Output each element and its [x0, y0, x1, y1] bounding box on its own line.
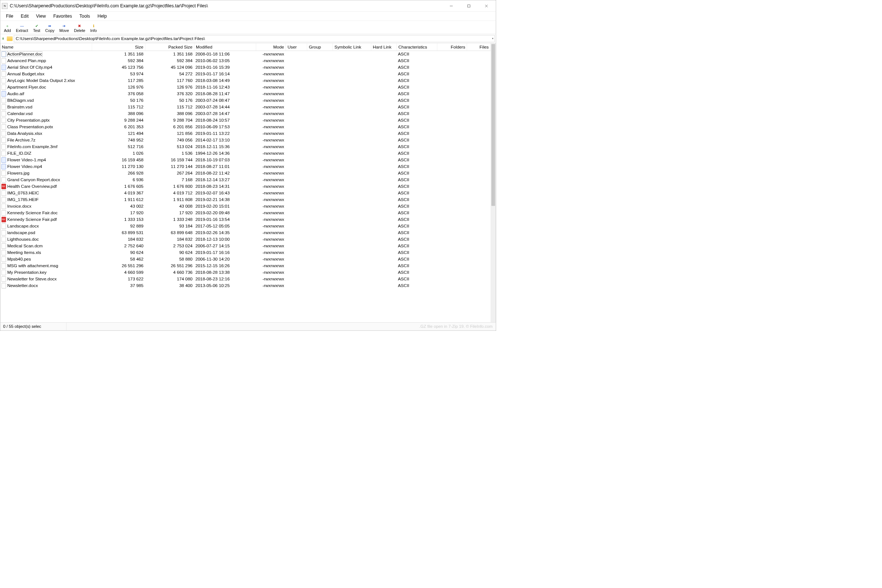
file-row[interactable]: Mpsb40.pes58 46258 8802006-11-30 14:20-r…: [0, 256, 490, 262]
file-name: landscape.psd: [8, 230, 35, 236]
file-name: IMG_0763.HEIC: [8, 191, 39, 196]
cell-files: [467, 97, 490, 104]
column-header-folders[interactable]: Folders: [437, 44, 467, 51]
file-row[interactable]: Kennedy Science Fair.pdf1 333 1531 333 2…: [0, 216, 490, 223]
file-row[interactable]: Apartment Flyer.doc126 976126 9762018-11…: [0, 84, 490, 90]
minimize-button[interactable]: [442, 0, 460, 12]
cell-packed-size: 90 624: [145, 249, 194, 256]
menu-help[interactable]: Help: [94, 12, 111, 20]
cell-hard-link: [371, 276, 397, 282]
up-button[interactable]: ⬆: [0, 34, 6, 44]
toolbar-label: Add: [4, 28, 11, 33]
file-row[interactable]: Flower Video-1.mp416 159 45816 159 74420…: [0, 156, 490, 163]
file-row[interactable]: Data Analysis.xlsx121 494121 8562019-01-…: [0, 130, 490, 137]
column-header-group[interactable]: Group: [307, 44, 333, 51]
toolbar-copy-button[interactable]: ➡Copy: [43, 23, 57, 33]
cell-files: [467, 90, 490, 97]
file-row[interactable]: Health Care Overview.pdf1 676 6051 676 8…: [0, 183, 490, 190]
toolbar-test-button[interactable]: ✔Test: [30, 23, 43, 33]
chevron-down-icon[interactable]: ▾: [492, 37, 493, 40]
file-row[interactable]: Invoice.docx43 00243 0082019-02-20 15:01…: [0, 203, 490, 210]
file-row[interactable]: Medical Scan.dcm2 752 6402 753 0242006-0…: [0, 243, 490, 249]
file-icon: [2, 138, 6, 143]
menu-tools[interactable]: Tools: [76, 12, 94, 20]
toolbar-delete-button[interactable]: ✖Delete: [71, 23, 87, 33]
cell-mode: -rwxrwxrwx: [256, 137, 286, 143]
cell-hard-link: [371, 77, 397, 84]
menu-view[interactable]: View: [32, 12, 50, 20]
cell-hard-link: [371, 269, 397, 276]
file-row[interactable]: Newsletter for Steve.docx173 622174 0802…: [0, 276, 490, 282]
file-row[interactable]: Annual Budget.xlsx53 97454 2722019-01-17…: [0, 70, 490, 77]
toolbar-extract-button[interactable]: —Extract: [13, 23, 30, 33]
column-header-hard-link[interactable]: Hard Link: [371, 44, 397, 51]
cell-symbolic-link: [333, 170, 371, 176]
file-row[interactable]: FileInfo.com Example.3mf512 716513 02420…: [0, 143, 490, 150]
menu-edit[interactable]: Edit: [17, 12, 32, 20]
maximize-button[interactable]: [460, 0, 478, 12]
file-icon: [2, 177, 6, 183]
column-header-user[interactable]: User: [286, 44, 307, 51]
status-selection: 0 / 55 object(s) selec: [0, 322, 66, 331]
cell-hard-link: [371, 256, 397, 262]
file-icon: [2, 58, 6, 64]
toolbar-info-button[interactable]: ℹInfo: [88, 23, 99, 33]
file-icon: [2, 197, 6, 202]
cell-folders: [437, 216, 467, 223]
toolbar-move-button[interactable]: ➔Move: [57, 23, 72, 33]
cell-packed-size: 93 184: [145, 223, 194, 230]
cell-hard-link: [371, 203, 397, 210]
column-header-name[interactable]: Name: [0, 44, 92, 51]
file-row[interactable]: Newsletter.docx37 98538 4002013-05-06 10…: [0, 282, 490, 289]
file-row[interactable]: Lighthouses.doc184 832184 8322018-12-13 …: [0, 236, 490, 243]
toolbar-add-button[interactable]: ＋Add: [2, 23, 14, 33]
file-row[interactable]: Advanced Plan.mpp592 384592 3842010-06-0…: [0, 57, 490, 64]
column-header-packed-size[interactable]: Packed Size: [145, 44, 194, 51]
file-row[interactable]: File Archive.7z748 952749 0562014-02-17 …: [0, 137, 490, 143]
cell-packed-size: 16 159 744: [145, 156, 194, 163]
column-header-characteristics[interactable]: Characteristics: [396, 44, 437, 51]
menu-favorites[interactable]: Favorites: [50, 12, 76, 20]
file-row[interactable]: IMG_1785.HEIF1 911 6121 911 8082019-02-2…: [0, 196, 490, 203]
cell-files: [467, 137, 490, 143]
cell-files: [467, 262, 490, 269]
column-header-mode[interactable]: Mode: [256, 44, 286, 51]
file-row[interactable]: Meeting Items.xls90 62490 6242019-01-17 …: [0, 249, 490, 256]
column-header-files[interactable]: Files: [467, 44, 490, 51]
cell-files: [467, 104, 490, 110]
file-row[interactable]: Calendar.vsd388 096388 0962003-07-28 14:…: [0, 110, 490, 117]
file-row[interactable]: IMG_0763.HEIC4 019 3674 019 7122019-02-0…: [0, 190, 490, 196]
scrollbar-thumb[interactable]: [491, 44, 495, 206]
cell-packed-size: 50 176: [145, 97, 194, 104]
cell-size: 173 622: [92, 276, 145, 282]
cell-folders: [437, 97, 467, 104]
column-header-symbolic-link[interactable]: Symbolic Link: [333, 44, 371, 51]
file-row[interactable]: FILE_ID.DIZ1 0261 5361994-12-26 14:36-rw…: [0, 150, 490, 156]
file-row[interactable]: Class Presentation.potx6 201 3536 201 85…: [0, 123, 490, 130]
close-button[interactable]: [477, 0, 495, 12]
file-row[interactable]: Landscape.docx92 88993 1842017-05-12 05:…: [0, 223, 490, 230]
column-header-modified[interactable]: Modified: [194, 44, 256, 51]
file-row[interactable]: My Presentation.key4 660 5994 660 736201…: [0, 269, 490, 276]
file-row[interactable]: MSG with attachment.msg26 551 29626 551 …: [0, 262, 490, 269]
file-row[interactable]: Brainstm.vsd115 712115 7122003-07-28 14:…: [0, 104, 490, 110]
cell-hard-link: [371, 163, 397, 170]
cell-group: [307, 51, 333, 57]
file-row[interactable]: ActionPlanner.doc1 351 1681 351 1682008-…: [0, 51, 490, 57]
file-row[interactable]: AnyLogic Model Data Output 2.xlsx117 285…: [0, 77, 490, 84]
file-row[interactable]: Audio.aif376 058376 3202018-08-28 11:47-…: [0, 90, 490, 97]
file-row[interactable]: Aerial Shot Of City.mp445 123 75645 124 …: [0, 64, 490, 70]
file-row[interactable]: Grand Canyon Report.docx6 9367 1682018-1…: [0, 176, 490, 183]
cell-files: [467, 282, 490, 289]
file-row[interactable]: Kennedy Science Fair.doc17 92017 9202019…: [0, 210, 490, 216]
file-row[interactable]: Flowers.jpg266 928267 2642018-08-22 11:4…: [0, 170, 490, 176]
file-row[interactable]: Flower Video.mp411 270 13011 270 1442018…: [0, 163, 490, 170]
file-row[interactable]: BlkDiagm.vsd50 17650 1762003-07-24 08:47…: [0, 97, 490, 104]
menu-file[interactable]: File: [2, 12, 17, 20]
file-name: Landscape.docx: [8, 224, 39, 229]
file-row[interactable]: City Presentation.pptx9 288 2449 288 704…: [0, 117, 490, 123]
file-row[interactable]: landscape.psd63 899 53163 899 6482019-02…: [0, 230, 490, 236]
column-header-size[interactable]: Size: [92, 44, 145, 51]
vertical-scrollbar[interactable]: [490, 44, 496, 322]
path-input[interactable]: C:\Users\SharpenedProductions\Desktop\Fi…: [14, 35, 495, 42]
